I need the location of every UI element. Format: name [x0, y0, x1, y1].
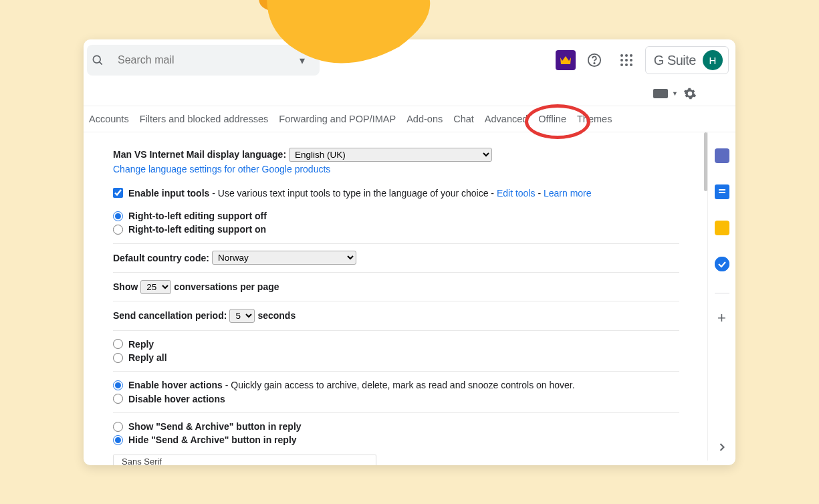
keyboard-icon[interactable] [653, 89, 668, 98]
sidepanel-keep-icon[interactable] [715, 221, 729, 235]
search-icon [91, 53, 118, 67]
svg-point-7 [625, 54, 628, 57]
reply-label: Reply [128, 339, 154, 350]
page-size-suffix-label: conversations per page [174, 279, 279, 294]
send-cancel-select[interactable]: 5 [229, 309, 255, 323]
search-input[interactable] [118, 54, 289, 66]
gsuite-account-box[interactable]: G Suite H [645, 46, 729, 74]
learn-more-link[interactable]: Learn more [544, 188, 592, 199]
send-archive-show-label: Show "Send & Archive" button in reply [128, 421, 302, 432]
tab-addons[interactable]: Add-ons [406, 114, 443, 124]
sub-toolbar: ▼ [84, 81, 735, 106]
tab-accounts[interactable]: Accounts [89, 114, 129, 124]
svg-line-3 [100, 62, 102, 65]
svg-point-14 [630, 64, 632, 66]
app-window: ▾ G Suite H ▼ Accounts Filters and block… [84, 39, 735, 465]
svg-point-18 [715, 257, 729, 271]
hover-enable-radio[interactable] [113, 380, 123, 390]
send-archive-hide-label: Hide "Send & Archive" button in reply [128, 434, 297, 445]
sidepanel-app2-icon[interactable] [715, 184, 729, 199]
svg-rect-16 [719, 189, 725, 191]
svg-point-12 [620, 64, 623, 66]
tab-advanced[interactable]: Advanced [485, 114, 528, 124]
crown-badge-icon[interactable] [556, 50, 576, 70]
svg-point-10 [625, 59, 628, 61]
font-family-label[interactable]: Sans Serif [122, 457, 162, 465]
tab-forwarding[interactable]: Forwarding and POP/IMAP [279, 114, 396, 124]
svg-point-9 [620, 59, 623, 61]
apps-grid-icon[interactable] [613, 47, 640, 74]
enable-input-tools-checkbox[interactable] [113, 188, 123, 198]
country-code-select[interactable]: Norway [212, 251, 356, 265]
tab-chat[interactable]: Chat [453, 114, 474, 124]
search-bar[interactable]: ▾ [87, 45, 320, 76]
reply-all-label: Reply all [128, 352, 167, 363]
sidepanel-tasks-icon[interactable] [715, 257, 729, 271]
sidepanel-divider [715, 293, 729, 293]
language-select[interactable]: English (UK) [289, 148, 492, 162]
change-language-link[interactable]: Change language settings for other Googl… [113, 162, 330, 176]
svg-point-8 [630, 54, 632, 57]
tab-filters[interactable]: Filters and blocked addresses [140, 114, 269, 124]
rtl-on-radio[interactable] [113, 225, 123, 235]
compose-toolbar-peek: Sans Serif [113, 455, 376, 465]
svg-point-11 [630, 59, 632, 61]
send-archive-hide-radio[interactable] [113, 435, 123, 445]
gsuite-label: G Suite [654, 53, 696, 68]
edit-tools-link[interactable]: Edit tools [497, 188, 536, 199]
chevron-down-icon[interactable]: ▼ [672, 90, 678, 97]
reply-all-radio[interactable] [113, 353, 123, 363]
header: ▾ G Suite H [84, 39, 735, 81]
seconds-label: seconds [257, 308, 296, 323]
send-archive-show-radio[interactable] [113, 422, 123, 432]
settings-content: Man VS Internet Mail display language: E… [84, 132, 706, 461]
country-code-label: Default country code: [113, 251, 209, 265]
side-panel: + [707, 132, 735, 461]
settings-tabs: Accounts Filters and blocked addresses F… [84, 106, 735, 132]
hover-disable-label: Disable hover actions [128, 394, 225, 404]
send-cancel-label: Send cancellation period: [113, 308, 227, 323]
page-size-show-label: Show [113, 279, 138, 294]
sidepanel-calendar-icon[interactable] [715, 148, 729, 163]
reply-radio[interactable] [113, 339, 123, 349]
hover-disable-radio[interactable] [113, 394, 123, 404]
gear-icon[interactable] [681, 84, 699, 103]
avatar[interactable]: H [703, 50, 723, 70]
svg-rect-17 [719, 192, 725, 193]
svg-point-2 [93, 55, 100, 63]
tab-offline[interactable]: Offline [538, 114, 566, 124]
language-label: Man VS Internet Mail display language: [113, 147, 286, 162]
rtl-on-label: Right-to-left editing support on [128, 224, 266, 235]
help-icon[interactable] [581, 47, 608, 74]
page-size-select[interactable]: 25 [140, 280, 171, 294]
hover-enable-label: Enable hover actions - Quickly gain acce… [128, 378, 575, 392]
tab-themes[interactable]: Themes [577, 114, 612, 124]
rtl-off-label: Right-to-left editing support off [128, 211, 267, 221]
enable-input-tools-label: Enable input tools - Use various text in… [128, 186, 592, 200]
rtl-off-radio[interactable] [113, 211, 123, 221]
sidepanel-collapse-chevron-icon[interactable] [715, 440, 729, 454]
sidepanel-add-button[interactable]: + [717, 309, 726, 327]
search-options-dropdown[interactable]: ▾ [289, 54, 316, 67]
svg-point-6 [620, 54, 623, 57]
svg-point-13 [625, 64, 628, 66]
svg-point-5 [594, 63, 594, 64]
